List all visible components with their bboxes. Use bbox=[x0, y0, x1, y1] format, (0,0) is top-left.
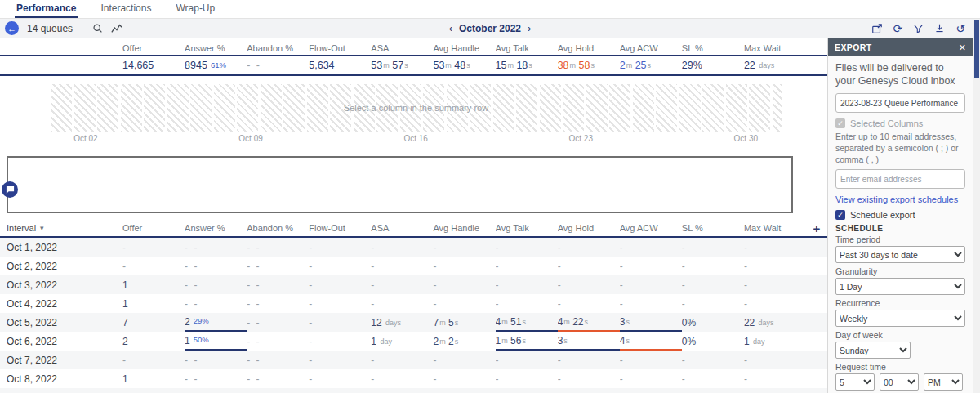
summary-cell[interactable]: 53m 48s bbox=[433, 56, 495, 74]
schedule-export-label: Schedule export bbox=[850, 210, 915, 220]
back-button[interactable]: ← bbox=[5, 21, 19, 35]
row-spacer bbox=[806, 275, 827, 294]
row-spacer bbox=[806, 388, 827, 393]
tab-wrapup-label: Wrap-Up bbox=[176, 2, 215, 14]
tab-interactions[interactable]: Interactions bbox=[99, 0, 153, 18]
summary-cell[interactable]: 38m 58s bbox=[558, 56, 620, 74]
schedule-export-option[interactable]: ✓ Schedule export bbox=[835, 210, 965, 220]
export-image-icon[interactable] bbox=[871, 23, 883, 34]
row-spacer bbox=[806, 257, 827, 275]
summary-cell[interactable]: 53m 57s bbox=[371, 56, 433, 74]
view-export-schedules-link[interactable]: View existing export schedules bbox=[835, 194, 965, 204]
vertical-scrollbar[interactable] bbox=[973, 20, 980, 393]
date-range-label[interactable]: October 2022 bbox=[459, 23, 521, 34]
table-row[interactable]: Oct 8, 20221- -- --------- bbox=[0, 369, 827, 388]
tab-interactions-label: Interactions bbox=[100, 2, 151, 14]
table-cell: - bbox=[744, 388, 806, 393]
delivery-note: Files will be delivered to your Genesys … bbox=[835, 62, 965, 87]
table-cell: - bbox=[371, 294, 433, 313]
table-cell: - bbox=[309, 257, 371, 275]
chart-placeholder-area[interactable]: Select a column in the summary row bbox=[51, 84, 782, 132]
table-cell: - bbox=[744, 257, 806, 275]
table-row[interactable]: Oct 4, 20221- -- --------- bbox=[0, 294, 827, 313]
time-period-select[interactable]: Past 30 days to date bbox=[835, 246, 965, 263]
summary-cell[interactable]: 15m 18s bbox=[496, 56, 558, 74]
summary-cell[interactable]: 2m 25s bbox=[620, 56, 682, 74]
tab-performance[interactable]: Performance bbox=[15, 0, 78, 18]
export-panel-header: EXPORT ✕ bbox=[828, 38, 973, 56]
request-time-row: 5 00 PM bbox=[835, 373, 965, 391]
tab-wrapup[interactable]: Wrap-Up bbox=[174, 0, 216, 18]
interval-column-header[interactable]: Interval▾ bbox=[0, 220, 122, 236]
row-spacer bbox=[806, 313, 827, 332]
table-cell: 150% bbox=[185, 332, 247, 351]
check-icon: ✓ bbox=[837, 212, 844, 219]
export-panel: EXPORT ✕ Files will be delivered to your… bbox=[827, 38, 973, 393]
table-row[interactable]: Oct 1, 2022-- -- --------- bbox=[0, 238, 827, 257]
summary-cell[interactable]: 14,665 bbox=[122, 56, 185, 74]
summary-cell[interactable]: 22 days bbox=[744, 56, 806, 74]
table-cell: 1 day bbox=[371, 332, 433, 351]
column-header: SL % bbox=[682, 220, 744, 236]
granularity-select[interactable]: 1 Day bbox=[835, 278, 965, 295]
request-hour-select[interactable]: 5 bbox=[835, 373, 875, 391]
day-of-week-select[interactable]: Sunday bbox=[835, 342, 911, 359]
queue-performance-app: Performance Interactions Wrap-Up ← 14 qu… bbox=[0, 0, 980, 393]
schedule-export-checkbox[interactable]: ✓ bbox=[835, 210, 845, 220]
summary-cell[interactable]: 894561% bbox=[185, 56, 247, 74]
table-cell: - bbox=[620, 351, 682, 369]
restore-icon[interactable]: ↺ bbox=[956, 23, 965, 34]
table-cell: - bbox=[122, 257, 185, 275]
filter-icon[interactable] bbox=[913, 23, 924, 33]
export-panel-body: Files will be delivered to your Genesys … bbox=[828, 56, 973, 393]
row-spacer bbox=[806, 294, 827, 313]
row-spacer bbox=[806, 238, 827, 257]
table-cell: - bbox=[620, 369, 682, 388]
comment-icon[interactable] bbox=[2, 181, 18, 198]
summary-cell[interactable]: 5,634 bbox=[309, 56, 371, 74]
table-cell: - - bbox=[247, 313, 309, 332]
close-icon[interactable]: ✕ bbox=[959, 42, 966, 53]
table-cell: 1 day bbox=[744, 332, 806, 351]
scrollbar-thumb[interactable] bbox=[974, 20, 979, 78]
table-body: Oct 1, 2022-- -- ---------Oct 2, 2022-- … bbox=[0, 238, 827, 393]
add-column-button[interactable]: + bbox=[806, 220, 827, 236]
request-minute-select[interactable]: 00 bbox=[880, 373, 919, 391]
email-addresses-input[interactable] bbox=[835, 169, 965, 189]
column-header: Answer % bbox=[185, 42, 247, 55]
refresh-icon[interactable]: ⟳ bbox=[893, 23, 903, 34]
prev-month-button[interactable]: ‹ bbox=[449, 23, 452, 33]
table-row[interactable]: Oct 9, 20224- -- --------- bbox=[0, 388, 827, 393]
request-meridiem-select[interactable]: PM bbox=[924, 373, 963, 391]
table-row[interactable]: Oct 6, 20222150%- --1 day2m 2s1m 56s3s4s… bbox=[0, 332, 827, 351]
table-row[interactable]: Oct 5, 20227229%- --12 days7m 5s4m 51s4m… bbox=[0, 313, 827, 332]
column-header: Avg Handle bbox=[433, 42, 495, 55]
summary-cell[interactable]: 29% bbox=[682, 56, 744, 74]
table-cell: - - bbox=[247, 332, 309, 351]
table-cell: - bbox=[433, 275, 495, 294]
next-month-button[interactable]: › bbox=[528, 23, 531, 33]
column-header: Avg ACW bbox=[620, 220, 682, 236]
detail-chart-selection[interactable] bbox=[7, 156, 793, 213]
recurrence-select[interactable]: Weekly bbox=[835, 310, 965, 327]
table-cell: 1 bbox=[122, 275, 185, 294]
table-cell: - bbox=[371, 238, 433, 257]
selected-columns-option[interactable]: ✓ Selected Columns bbox=[835, 118, 965, 128]
selected-columns-checkbox[interactable]: ✓ bbox=[835, 118, 845, 128]
table-row[interactable]: Oct 3, 20221- -- --------- bbox=[0, 275, 827, 294]
table-cell: - bbox=[122, 351, 185, 369]
content-area: OfferAnswer %Abandon %Flow-OutASAAvg Han… bbox=[0, 38, 980, 393]
column-header: Abandon % bbox=[247, 220, 309, 236]
table-cell: - bbox=[433, 369, 495, 388]
table-cell: - bbox=[558, 294, 620, 313]
table-cell: - bbox=[620, 257, 682, 275]
download-icon[interactable] bbox=[934, 23, 945, 33]
summary-cell[interactable]: - - bbox=[247, 56, 309, 74]
row-spacer bbox=[806, 369, 827, 388]
table-row[interactable]: Oct 7, 2022-- -- --------- bbox=[0, 351, 827, 369]
line-chart-icon[interactable] bbox=[111, 23, 122, 34]
search-icon[interactable] bbox=[92, 23, 103, 33]
export-filename-input[interactable] bbox=[835, 93, 965, 113]
column-header: ASA bbox=[371, 220, 433, 236]
table-row[interactable]: Oct 2, 2022-- -- --------- bbox=[0, 257, 827, 275]
